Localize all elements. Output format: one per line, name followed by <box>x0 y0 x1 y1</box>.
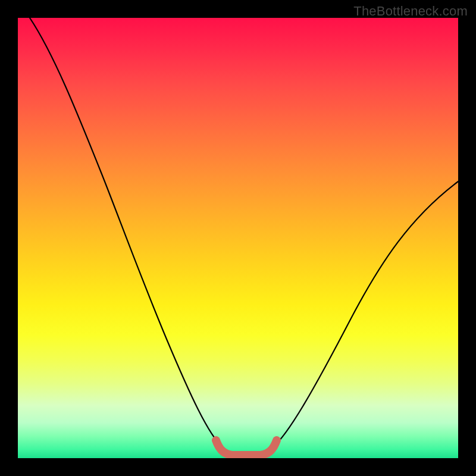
bottleneck-curve-path <box>30 18 458 456</box>
chart-plot-area <box>18 18 458 458</box>
watermark-text: TheBottleneck.com <box>353 4 468 19</box>
optimal-range-marker <box>216 440 277 455</box>
chart-svg <box>18 18 458 458</box>
